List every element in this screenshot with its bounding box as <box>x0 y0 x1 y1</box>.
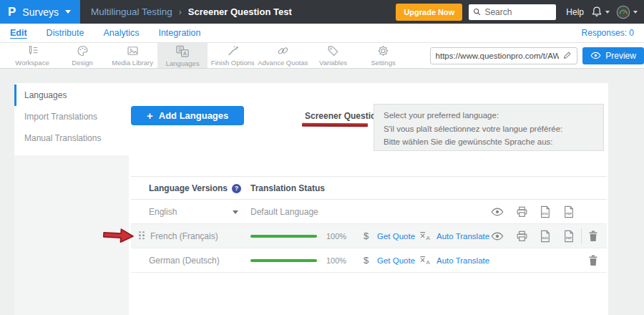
doc-file-icon[interactable]: DOC <box>540 230 551 243</box>
workspace-icon <box>26 44 39 57</box>
get-quote-link[interactable]: Get Quote <box>377 248 415 273</box>
edit-pencil-icon[interactable] <box>562 51 572 60</box>
language-name: German (Deutsch) <box>149 248 220 273</box>
toolbar-item-settings[interactable]: Settings <box>358 43 409 68</box>
svg-text:A: A <box>183 50 187 56</box>
svg-text:A: A <box>426 234 430 241</box>
sidebar-item-languages[interactable]: Languages <box>14 84 129 106</box>
avatar <box>616 5 630 19</box>
dollar-icon[interactable]: $ <box>364 224 369 248</box>
breadcrumb-current-page: Screener Question Test <box>188 6 292 17</box>
pdf-file-icon[interactable]: PDF <box>563 205 575 218</box>
toolbar-item-advance-quotas[interactable]: Advance Quotas <box>258 43 308 68</box>
plus-icon: + <box>147 110 153 122</box>
design-palette-icon <box>76 44 89 57</box>
dollar-icon[interactable]: $ <box>364 248 369 273</box>
breadcrumb: Multilingual Testing › Screener Question… <box>91 6 292 17</box>
account-menu[interactable] <box>616 5 638 19</box>
notifications-menu[interactable] <box>591 6 610 18</box>
topbar: P Surveys Multilingual Testing › Screene… <box>0 0 644 24</box>
add-languages-button[interactable]: + Add Languages <box>131 106 244 125</box>
help-link[interactable]: Help <box>566 7 584 17</box>
translation-progress-bar <box>250 235 317 238</box>
trash-icon[interactable] <box>588 230 598 242</box>
svg-text:PDF: PDF <box>566 212 572 215</box>
language-versions-table: Language Versions ? Translation Status E… <box>131 176 607 273</box>
bell-icon <box>591 6 602 18</box>
table-row-english: English Default Language DOC <box>131 200 607 224</box>
toolbar-item-design[interactable]: Design <box>57 43 107 68</box>
survey-nav-tabs: Edit Distribute Analytics Integration Re… <box>0 24 644 43</box>
toolbar-item-workspace[interactable]: Workspace <box>7 43 57 68</box>
prompt-line-english: Select your preferred language: <box>384 109 594 122</box>
print-icon[interactable] <box>516 206 528 218</box>
toolbar-item-finish-options[interactable]: Finish Options <box>208 43 258 68</box>
red-underline-annotation <box>302 123 368 127</box>
chevron-down-icon <box>65 10 71 14</box>
chain-links-icon <box>276 44 290 57</box>
language-name: French (Français) <box>150 224 218 248</box>
table-row-french: French (Français) 100% $ Get Quote A Aut… <box>131 224 607 248</box>
tab-distribute[interactable]: Distribute <box>47 28 84 38</box>
column-language-versions: Language Versions <box>149 177 228 200</box>
languages-main: + Add Languages Screener Question : Sele… <box>129 83 608 315</box>
chevron-down-icon <box>233 210 238 214</box>
upgrade-now-button[interactable]: Upgrade Now <box>396 4 462 21</box>
translation-progress-bar <box>250 259 317 262</box>
breadcrumb-separator: › <box>179 7 182 17</box>
eye-icon <box>590 52 601 59</box>
auto-translate-link[interactable]: Auto Translate <box>436 248 489 273</box>
help-icon[interactable]: ? <box>232 184 241 193</box>
media-library-icon <box>126 44 140 57</box>
table-header: Language Versions ? Translation Status <box>131 176 607 200</box>
surveys-product-menu[interactable]: P Surveys <box>0 0 80 24</box>
search-icon <box>473 7 481 16</box>
progress-percentage: 100% <box>326 248 346 273</box>
questionpro-logo: P <box>8 6 16 18</box>
get-quote-link[interactable]: Get Quote <box>377 224 415 248</box>
breadcrumb-survey-name[interactable]: Multilingual Testing <box>91 6 172 17</box>
responses-count[interactable]: Responses: 0 <box>582 28 634 38</box>
svg-text:PDF: PDF <box>566 236 572 240</box>
default-language-status: Default Language <box>250 200 318 224</box>
survey-url-input[interactable] <box>436 52 560 60</box>
column-translation-status: Translation Status <box>250 177 325 200</box>
survey-url-field[interactable] <box>430 47 578 64</box>
divider <box>581 228 582 244</box>
global-search[interactable] <box>469 4 556 20</box>
svg-text:DOC: DOC <box>542 236 548 240</box>
search-input[interactable] <box>484 7 552 17</box>
toolbar-item-media-library[interactable]: Media Library <box>107 43 157 68</box>
table-row-german: German (Deutsch) 100% $ Get Quote A Auto… <box>131 248 607 273</box>
language-prompt-preview: Select your preferred language: S'il vou… <box>374 104 604 151</box>
auto-translate-icon[interactable]: A <box>419 255 431 266</box>
chevron-down-icon <box>605 11 610 14</box>
red-arrow-annotation <box>102 226 136 245</box>
tab-integration[interactable]: Integration <box>158 28 200 38</box>
chevron-down-icon <box>633 11 638 14</box>
tab-edit[interactable]: Edit <box>10 28 27 38</box>
auto-translate-icon[interactable]: A <box>419 231 431 241</box>
svg-text:DOC: DOC <box>542 212 548 215</box>
tab-analytics[interactable]: Analytics <box>103 28 139 38</box>
pdf-file-icon[interactable]: PDF <box>563 230 575 243</box>
product-label: Surveys <box>22 6 59 18</box>
languages-panel: Languages Import Translations Manual Tra… <box>14 83 608 315</box>
sidebar-item-import-translations[interactable]: Import Translations <box>14 106 129 127</box>
toolbar-item-languages[interactable]: A Languages <box>157 43 208 68</box>
print-icon[interactable] <box>516 231 528 242</box>
prompt-line-french: S'il vous plaît sélectionnez votre langu… <box>384 122 594 136</box>
sidebar-item-manual-translations[interactable]: Manual Translations <box>14 127 129 149</box>
svg-text:A: A <box>426 258 430 265</box>
preview-eye-icon[interactable] <box>491 231 504 241</box>
tag-icon <box>326 44 340 57</box>
toolbar-item-variables[interactable]: Variables <box>308 43 358 68</box>
prompt-line-german: Bitte wählen Sie die gewünschte Sprache … <box>384 135 594 149</box>
auto-translate-link[interactable]: Auto Translate <box>436 224 489 248</box>
trash-icon[interactable] <box>588 254 598 266</box>
preview-button[interactable]: Preview <box>582 47 644 64</box>
default-language-dropdown[interactable]: English <box>149 200 238 224</box>
preview-eye-icon[interactable] <box>491 207 504 216</box>
doc-file-icon[interactable]: DOC <box>540 205 551 218</box>
drag-handle-icon[interactable] <box>139 231 146 241</box>
